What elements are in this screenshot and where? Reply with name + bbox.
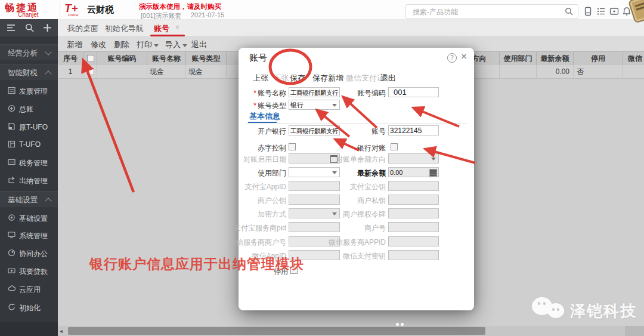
row-checkbox[interactable] — [87, 68, 94, 75]
account-type-select[interactable]: 银行 — [289, 100, 340, 110]
select-all-checkbox[interactable] — [87, 55, 94, 62]
merchant-pubkey-input — [289, 195, 340, 205]
merchant-token-input — [388, 208, 439, 218]
next-record-button[interactable]: 下张 — [273, 73, 289, 84]
resize-dot — [396, 323, 399, 326]
col-stopped[interactable]: 停用 — [574, 52, 623, 65]
opening-bank-select[interactable]: 工商银行麒麟支行 — [289, 125, 340, 135]
cell-seq: 1 — [58, 65, 83, 78]
sidebar-group-smart-finance[interactable]: 智能财税 — [0, 64, 58, 80]
merchant-token-label: 商户授权令牌 — [343, 209, 386, 220]
bank-recon-checkbox[interactable] — [391, 143, 398, 150]
tab-close-icon[interactable]: × — [175, 23, 179, 32]
sidebar-group-business-analysis[interactable]: 经营分析 — [0, 44, 58, 60]
sidebar-item-system-mgmt[interactable]: 系统管理 — [0, 227, 58, 243]
col-checkbox[interactable] — [83, 52, 97, 65]
prev-record-button[interactable]: 上张 — [253, 73, 268, 84]
ledger-icon — [8, 104, 16, 112]
stmt-direction-label: 对账单余额方向 — [336, 155, 386, 165]
sidebar-item-tax[interactable]: 税务管理 — [0, 155, 58, 170]
invoice-icon — [8, 87, 16, 94]
close-icon[interactable]: × — [461, 51, 467, 63]
latest-balance-label: 最新余额 — [357, 168, 386, 178]
tab-bar: 我的桌面 初始化导航 账号 × — [58, 19, 644, 37]
print-button[interactable]: 打印 — [137, 39, 159, 50]
stop-use-label: 停用 — [274, 267, 288, 277]
col-seq[interactable]: 序号 — [58, 52, 83, 65]
col-name[interactable]: 账号名称 — [147, 52, 186, 65]
add-icon[interactable] — [43, 23, 52, 32]
sidebar-item-basic-settings[interactable]: 基础设置 — [0, 210, 58, 226]
import-button[interactable]: 导入 — [165, 39, 187, 50]
account-name-input[interactable]: 工商银行麒麟支行 — [289, 87, 340, 97]
search-input[interactable]: 搜索-产品功能 — [405, 4, 578, 19]
search-menu-icon[interactable] — [25, 23, 34, 32]
horizontal-scrollbar[interactable]: ◂ — [58, 326, 644, 336]
monitor-icon[interactable] — [609, 7, 619, 16]
sidebar-group-basic-settings[interactable]: 基础设置 — [0, 191, 58, 207]
sidebar-item-cashier[interactable]: 出纳管理 — [0, 172, 58, 188]
cell-checkbox[interactable] — [83, 65, 97, 78]
col-department[interactable]: 使用部门 — [500, 52, 537, 65]
cell-balance: 0.00 — [537, 65, 574, 78]
account-code-input[interactable]: 001 — [388, 87, 439, 97]
sidebar-item-legacy-tufo[interactable]: 原T-UFO — [0, 119, 58, 134]
chevron-up-icon — [45, 198, 51, 204]
exit-dialog-button[interactable]: 退出 — [380, 73, 396, 84]
calculator-icon[interactable] — [429, 169, 437, 177]
tab-init-nav[interactable]: 初始化导航 — [105, 23, 144, 34]
col-balance[interactable]: 最新余额 — [537, 52, 574, 65]
scrollbar-corner — [625, 326, 644, 336]
add-button[interactable]: 新增 — [67, 39, 82, 50]
edit-button[interactable]: 修改 — [91, 39, 106, 50]
scroll-left-arrow[interactable]: ◂ — [60, 328, 63, 334]
account-no-input[interactable]: 32122145 — [388, 125, 439, 135]
tax-icon — [8, 158, 16, 166]
sidebar-item-tufo[interactable]: T-UFO — [0, 137, 58, 152]
watermark: 泽铠科技 — [524, 292, 643, 328]
sidebar-item-general-ledger[interactable]: 总账 — [0, 101, 58, 116]
tab-divider — [246, 123, 467, 124]
save-button[interactable]: 保存 — [290, 73, 305, 84]
stop-use-checkbox[interactable] — [290, 267, 298, 274]
sidebar-footer — [0, 322, 58, 336]
sidebar-item-loan[interactable]: 我要贷款 — [0, 263, 58, 279]
encrypt-method-select — [289, 208, 340, 218]
sidebar-item-initialize[interactable]: 初始化 — [0, 300, 58, 315]
chevron-up-icon — [45, 70, 51, 77]
col-wechat[interactable]: 微信A — [623, 52, 644, 65]
chevron-down-icon — [332, 171, 337, 174]
department-label: 使用部门 — [258, 168, 286, 178]
save-and-new-button[interactable]: 保存新增 — [312, 73, 343, 84]
deficit-control-checkbox[interactable] — [289, 143, 296, 150]
wx-sp-merchant-label: 微信服务商商户号 — [229, 238, 286, 248]
device-icon[interactable] — [583, 7, 593, 16]
tab-basic-info[interactable]: 基本信息 — [249, 111, 280, 122]
search-placeholder: 搜索-产品功能 — [413, 7, 458, 17]
alipay-pubkey-label: 支付宝公钥 — [350, 182, 386, 192]
department-select[interactable] — [289, 167, 340, 177]
col-type[interactable]: 账号类型 — [186, 52, 227, 65]
tasklist-icon[interactable] — [596, 7, 606, 16]
sidebar-item-cloud-apps[interactable]: 云应用 — [0, 281, 58, 297]
chevron-down-icon — [332, 104, 337, 107]
delete-button[interactable]: 删除 — [114, 39, 129, 50]
account-set-label: [001]演示账套 — [141, 11, 181, 20]
tab-account[interactable]: 账号 — [154, 23, 169, 34]
brand-logo-en: Chanjet — [18, 11, 38, 18]
exit-button[interactable]: 退出 — [191, 39, 207, 50]
scrollbar-thumb[interactable] — [68, 327, 485, 335]
sidebar-item-invoice[interactable]: 发票管理 — [0, 83, 58, 98]
cell-wechat — [623, 65, 644, 78]
wx-pay-key-input — [388, 250, 439, 260]
col-code[interactable]: 账号编码 — [97, 52, 147, 65]
alipay-pubkey-input — [388, 181, 439, 191]
tab-my-desktop[interactable]: 我的桌面 — [67, 23, 98, 34]
divider — [60, 2, 60, 17]
sidebar-item-collaboration[interactable]: 协同办公 — [0, 245, 58, 261]
help-icon[interactable]: ? — [447, 53, 457, 63]
arrow-to-add-button — [83, 61, 134, 192]
recon-date-input — [289, 153, 340, 164]
menu-icon[interactable] — [7, 24, 16, 32]
stmt-direction-select — [388, 153, 439, 164]
